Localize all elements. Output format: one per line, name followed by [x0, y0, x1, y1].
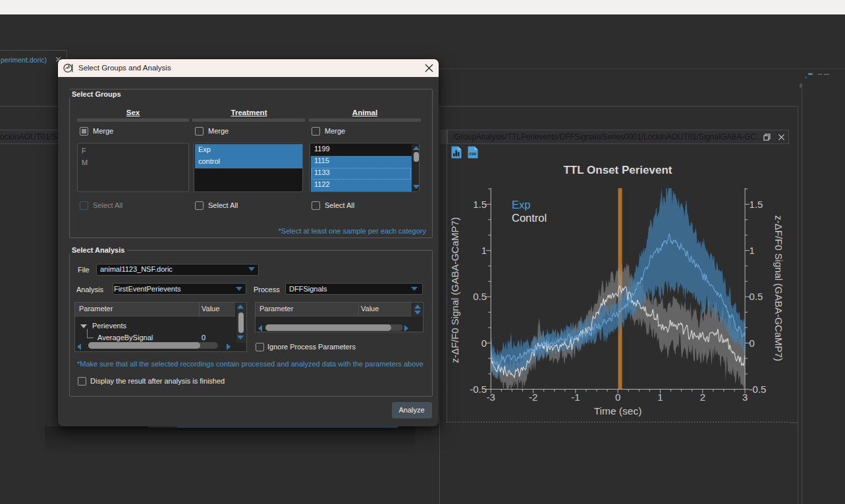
- svg-text:0.5: 0.5: [750, 291, 763, 302]
- svg-text:Exp: Exp: [512, 199, 530, 211]
- svg-text:Control: Control: [512, 212, 547, 224]
- svg-text:z-ΔF/F0 Signal (GABA-GCaMP7): z-ΔF/F0 Signal (GABA-GCaMP7): [449, 217, 460, 363]
- svg-text:-0.5: -0.5: [750, 384, 767, 395]
- svg-text:0.5: 0.5: [473, 291, 487, 302]
- svg-text:3: 3: [742, 391, 748, 403]
- svg-text:2: 2: [700, 391, 705, 403]
- svg-text:z-ΔF/F0 Signal (GABA-GCaMP7): z-ΔF/F0 Signal (GABA-GCaMP7): [773, 215, 784, 361]
- svg-text:1.5: 1.5: [473, 199, 487, 210]
- svg-text:-0.5: -0.5: [470, 384, 487, 395]
- svg-text:Time (sec): Time (sec): [594, 405, 642, 416]
- svg-text:1: 1: [481, 245, 487, 256]
- svg-text:-2: -2: [529, 391, 537, 403]
- svg-text:-1: -1: [571, 391, 580, 403]
- svg-text:TTL Onset Perievent: TTL Onset Perievent: [563, 164, 672, 176]
- svg-text:0: 0: [481, 338, 487, 349]
- svg-text:0: 0: [615, 391, 620, 403]
- svg-text:0: 0: [750, 338, 755, 349]
- svg-text:1.5: 1.5: [750, 199, 763, 210]
- svg-text:-3: -3: [487, 391, 495, 403]
- svg-text:1: 1: [657, 391, 663, 403]
- svg-text:1: 1: [750, 245, 755, 256]
